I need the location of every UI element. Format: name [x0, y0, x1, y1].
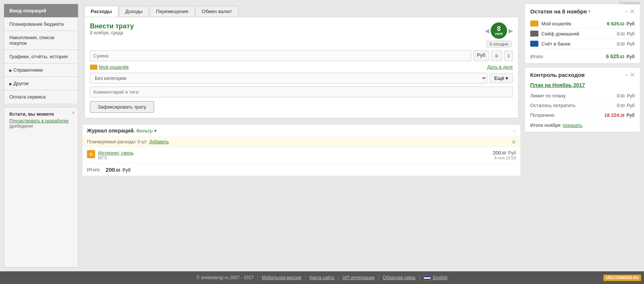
date-next-button[interactable]: ▶	[509, 27, 513, 34]
entry-info: Интернет, связь MTS	[98, 150, 490, 160]
debt-link[interactable]: Дать в долг	[487, 64, 513, 70]
expense-control-widget: Контроль расходов – ✕ План на Ноябрь 201…	[525, 67, 640, 132]
planned-close-button[interactable]: ⊗	[512, 139, 516, 145]
journal-card: Журнал операций. Фильтр ▾ – Планируемые …	[82, 124, 521, 176]
footer: © drebedengi.ru 2007 - 2017 | Мобильная …	[0, 271, 644, 284]
footer-language-link[interactable]: English	[433, 275, 447, 280]
sidebar-item-charts[interactable]: Графики, отчёты, история	[4, 50, 78, 63]
date-month: НОЯ	[495, 32, 503, 36]
control-row-remaining: Осталось потратить 0.00 Руб	[530, 101, 635, 110]
bank-balance-icon	[530, 41, 538, 47]
safe-balance-amount: 0.00 Руб	[617, 31, 635, 37]
tab-exchange[interactable]: Обмен валют	[196, 6, 238, 17]
sidebar: Ввод операций Планирование бюджета Накоп…	[4, 4, 78, 268]
date-day: 8	[497, 25, 501, 32]
center-column: Расходы Доходы Перемещения Обмен валют В…	[82, 4, 521, 268]
plan-link[interactable]: План на Ноябрь 2017	[530, 82, 635, 88]
limit-value: 0.00 Руб	[617, 93, 635, 99]
today-button[interactable]: К сегодня	[486, 41, 511, 47]
svg-point-0	[90, 153, 93, 156]
currency-label: Руб	[473, 50, 489, 61]
entry-amount: 200.00 Руб	[493, 150, 516, 156]
right-column: Остатки на 8 ноября ▾ – ✕ Мой кошелёк 6 …	[525, 4, 640, 268]
footer-link-sitemap[interactable]: Карта сайта	[309, 275, 334, 280]
amount-input[interactable]	[90, 50, 471, 61]
limit-label: Лимит по плану	[530, 93, 566, 99]
remaining-value: 0.00 Руб	[617, 103, 635, 108]
planned-add-link[interactable]: Добавить	[149, 139, 169, 144]
footer-link-mobile[interactable]: Мобильная версия	[262, 275, 301, 280]
balances-total-value: 6 625.63 Руб	[606, 53, 635, 59]
language-flag-icon	[424, 276, 431, 280]
sidebar-item-enter-ops[interactable]: Ввод операций	[4, 4, 78, 17]
balances-total-label: Итого	[530, 54, 543, 59]
journal-filter-link[interactable]: Фильтр ▾	[136, 128, 156, 134]
wallet-balance-icon	[530, 21, 538, 26]
amount-row: Руб = ℹ	[90, 50, 513, 61]
safe-balance-name: Сейф домашний	[541, 31, 614, 37]
remaining-label: Осталось потратить	[530, 103, 576, 108]
planned-row: Планируемые расходы: 0 шт Добавить ⊗	[82, 137, 520, 147]
footer-link-api[interactable]: API интеграции	[343, 275, 375, 280]
date-prev-button[interactable]: ◀	[485, 27, 489, 34]
expense-control-minimize-button[interactable]: –	[625, 71, 628, 78]
spent-label: Потрачено	[530, 112, 554, 118]
expense-control-title: Контроль расходов	[530, 72, 585, 78]
balance-row-bank: Счёт в банке 0.00 Руб	[530, 39, 635, 49]
tab-expenses[interactable]: Расходы	[84, 6, 118, 17]
tab-transfers[interactable]: Перемещения	[150, 6, 194, 17]
promo-link[interactable]: Поучаствовать в разработке	[9, 118, 69, 124]
watermark: Freethinker	[619, 1, 640, 5]
journal-title-area: Журнал операций. Фильтр ▾	[87, 128, 157, 134]
bank-balance-amount: 0.00 Руб	[617, 41, 635, 47]
widget-controls: – ✕	[625, 8, 635, 15]
wallet-link[interactable]: Мой кошелёк	[90, 64, 129, 70]
balance-row-wallet: Мой кошелёк 6 625.63 Руб	[530, 19, 635, 29]
control-row-spent: Потрачено 18 224.28 Руб	[530, 110, 635, 120]
journal-total-label: Итого	[87, 167, 100, 172]
balances-total-row: Итого 6 625.63 Руб	[530, 50, 635, 59]
balances-title: Остатки на 8 ноября	[530, 8, 587, 15]
spent-value: 18 224.28 Руб	[604, 112, 635, 118]
submit-expense-button[interactable]: Зафиксировать трату	[90, 101, 154, 113]
entry-amount-col: 200.00 Руб 8 ноя 23:59	[493, 150, 516, 160]
entry-category-link[interactable]: Интернет, связь	[98, 150, 134, 156]
more-button[interactable]: Ещё ▾	[490, 73, 513, 83]
tabs-section: Расходы Доходы Перемещения Обмен валют В…	[82, 4, 521, 121]
wallet-row: Мой кошелёк Дать в долг	[90, 64, 513, 70]
date-nav: ◀ 8 НОЯ ▶	[485, 22, 513, 39]
entry-date: 8 ноя 23:59	[493, 156, 516, 160]
footer-language-area: English	[424, 275, 448, 280]
footer-link-feedback[interactable]: Обратная связь	[383, 275, 416, 280]
journal-entry: Интернет, связь MTS 200.00 Руб 8 ноя 23:…	[82, 147, 520, 163]
balances-close-button[interactable]: ✕	[630, 8, 635, 15]
balances-widget: Остатки на 8 ноября ▾ – ✕ Мой кошелёк 6 …	[525, 4, 640, 63]
show-link[interactable]: показать	[563, 122, 582, 128]
comment-input[interactable]	[90, 87, 513, 97]
journal-minimize-button[interactable]: –	[513, 128, 516, 134]
date-circle: 8 НОЯ	[491, 22, 507, 39]
sidebar-item-payment[interactable]: Оплата сервиса	[4, 90, 78, 103]
journal-header: Журнал операций. Фильтр ▾ –	[82, 125, 520, 137]
sidebar-item-budget[interactable]: Планирование бюджета	[4, 17, 78, 31]
tab-income[interactable]: Доходы	[119, 6, 149, 17]
balances-dropdown-arrow[interactable]: ▾	[588, 9, 591, 14]
promo-title: Кстати, вы можете	[9, 111, 73, 117]
enter-expense-title: Внести трату	[90, 22, 134, 30]
wallet-icon	[90, 65, 97, 70]
category-row: Без категории Ещё ▾	[90, 73, 513, 84]
planned-label: Планируемые расходы: 0 шт	[87, 139, 147, 144]
footer-copyright: © drebedengi.ru 2007 - 2017	[196, 275, 255, 280]
safe-balance-icon	[530, 31, 538, 37]
wallet-balance-amount: 6 625.63 Руб	[607, 21, 635, 26]
sidebar-item-other[interactable]: Другое	[4, 77, 78, 90]
sidebar-item-savings[interactable]: Накопления, список покупок	[4, 31, 78, 50]
info-button[interactable]: ℹ	[504, 50, 513, 61]
equals-button[interactable]: =	[491, 50, 502, 61]
bank-balance-name: Счёт в банке	[541, 41, 614, 47]
expense-control-close-button[interactable]: ✕	[630, 71, 635, 78]
category-select[interactable]: Без категории	[90, 73, 487, 84]
balances-minimize-button[interactable]: –	[625, 8, 628, 15]
promo-close-button[interactable]: ×	[72, 110, 75, 116]
sidebar-item-reference[interactable]: Справочники	[4, 63, 78, 77]
